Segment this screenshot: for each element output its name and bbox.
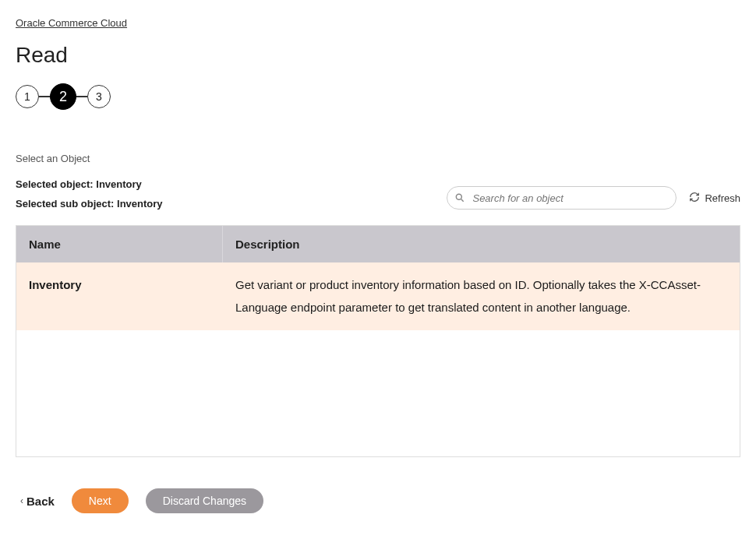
back-label: Back — [26, 495, 55, 508]
refresh-button[interactable]: Refresh — [689, 192, 740, 205]
back-button[interactable]: ‹ Back — [20, 495, 55, 508]
cell-name: Inventory — [16, 262, 222, 330]
breadcrumb-link[interactable]: Oracle Commerce Cloud — [16, 17, 127, 29]
selected-object-value: Inventory — [96, 178, 142, 190]
object-table: Name Description Inventory Get variant o… — [16, 225, 740, 457]
refresh-label: Refresh — [705, 192, 740, 204]
col-name[interactable]: Name — [16, 226, 222, 262]
section-label: Select an Object — [16, 153, 740, 164]
search-box — [447, 186, 677, 210]
step-connector — [76, 96, 87, 97]
selected-object-label: Selected object: — [16, 178, 96, 190]
cell-description: Get variant or product inventory informa… — [222, 262, 740, 330]
svg-line-1 — [461, 199, 464, 202]
selected-sub-object-label: Selected sub object: — [16, 198, 117, 210]
stepper: 1 2 3 — [16, 83, 740, 110]
refresh-icon — [689, 192, 700, 205]
step-1[interactable]: 1 — [16, 85, 39, 108]
col-description[interactable]: Description — [222, 226, 740, 262]
chevron-left-icon: ‹ — [20, 495, 23, 506]
search-input[interactable] — [447, 186, 677, 210]
step-2[interactable]: 2 — [50, 83, 76, 110]
table-row[interactable]: Inventory Get variant or product invento… — [16, 262, 740, 330]
step-connector — [39, 96, 50, 97]
footer-actions: ‹ Back Next Discard Changes — [16, 488, 740, 513]
table-header-row: Name Description — [16, 226, 740, 262]
page-title: Read — [16, 43, 740, 68]
step-3[interactable]: 3 — [87, 85, 111, 108]
svg-point-0 — [457, 194, 462, 199]
selected-sub-object-value: Inventory — [117, 198, 163, 210]
next-button[interactable]: Next — [72, 488, 129, 513]
search-icon — [454, 192, 465, 203]
discard-button[interactable]: Discard Changes — [146, 488, 263, 513]
